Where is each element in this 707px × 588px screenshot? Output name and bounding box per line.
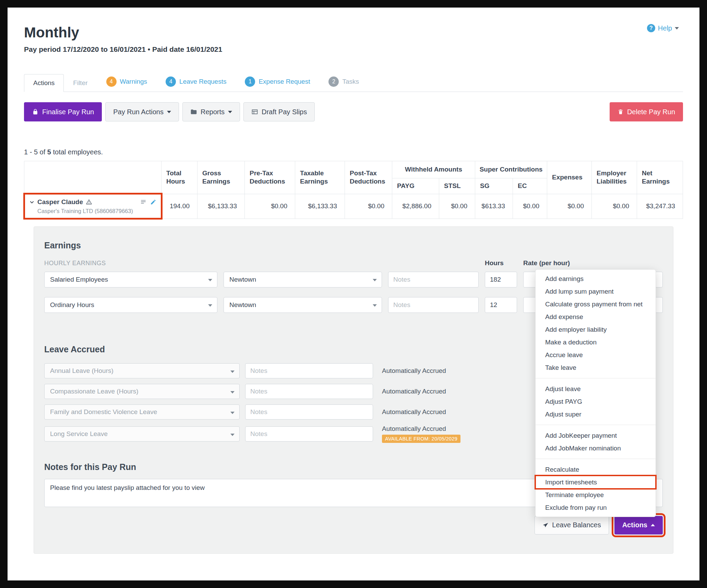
panel-button-row: Leave Balances Actions — [44, 516, 663, 534]
screenshot-frame: ? Help Monthly Pay period 17/12/2020 to … — [0, 0, 707, 588]
menu-divider — [536, 459, 656, 459]
menu-item-adjust-leave[interactable]: Adjust leave — [536, 383, 656, 395]
table-header-group-row: Total Hours Gross Earnings Pre-Tax Deduc… — [24, 161, 683, 178]
help-label: Help — [658, 24, 672, 32]
menu-item-accrue-leave[interactable]: Accrue leave — [536, 349, 656, 361]
tab-tasks[interactable]: 2 Tasks — [319, 71, 368, 92]
tab-leave-requests[interactable]: 4 Leave Requests — [156, 71, 236, 92]
hours-input[interactable] — [485, 272, 517, 287]
menu-divider — [536, 378, 656, 378]
tab-filter[interactable]: Filter — [64, 74, 97, 92]
menu-item-add-jobmaker-nomination[interactable]: Add JobMaker nomination — [536, 442, 656, 455]
earnings-type-select[interactable]: Ordinary Hours — [44, 297, 217, 313]
menu-item-make-a-deduction[interactable]: Make a deduction — [536, 336, 656, 349]
employee-column-header — [24, 161, 161, 194]
col-sg: SG — [475, 178, 513, 194]
menu-item-calculate-gross-from-net[interactable]: Calculate gross payment from net — [536, 298, 656, 310]
chevron-down-icon — [373, 279, 377, 281]
col-payg: PAYG — [392, 178, 439, 194]
leave-notes-input[interactable] — [245, 426, 373, 442]
menu-item-import-timesheets[interactable]: Import timesheets — [536, 476, 656, 489]
reports-button[interactable]: Reports — [182, 102, 240, 121]
help-menu[interactable]: ? Help — [647, 24, 679, 32]
finalise-pay-run-button[interactable]: Finalise Pay Run — [24, 102, 102, 121]
chevron-down-icon — [228, 111, 232, 113]
menu-item-adjust-super[interactable]: Adjust super — [536, 408, 656, 421]
menu-item-terminate-employee[interactable]: Terminate employee — [536, 489, 656, 501]
earnings-notes-input[interactable] — [388, 272, 479, 287]
cell-gross-earnings: $6,133.33 — [197, 194, 245, 219]
menu-item-add-jobkeeper-payment[interactable]: Add JobKeeper payment — [536, 429, 656, 442]
chevron-down-icon — [230, 391, 235, 393]
cell-post-tax: $0.00 — [345, 194, 392, 219]
employee-actions-button[interactable]: Actions — [614, 516, 663, 534]
edit-pencil-icon[interactable] — [150, 199, 156, 205]
tab-bar: Actions Filter 4 Warnings 4 Leave Reques… — [24, 71, 683, 92]
page-title: Monthly — [24, 25, 683, 40]
menu-item-add-earnings[interactable]: Add earnings — [536, 272, 656, 285]
leave-type-select[interactable]: Annual Leave (Hours) — [44, 363, 240, 378]
earnings-notes-input[interactable] — [388, 297, 479, 313]
tasks-count-badge: 2 — [328, 77, 339, 87]
payslip-list-icon — [251, 108, 258, 115]
pay-period-subtitle: Pay period 17/12/2020 to 16/01/2021 • Pa… — [24, 45, 683, 54]
rate-column-label: Rate (per hour) — [523, 259, 663, 267]
menu-item-exclude-from-pay-run[interactable]: Exclude from pay run — [536, 501, 656, 514]
leave-type-select[interactable]: Compassionate Leave (Hours) — [44, 384, 240, 399]
tab-warnings[interactable]: 4 Warnings — [97, 71, 157, 92]
location-select[interactable]: Newtown — [224, 272, 382, 287]
delete-pay-run-button[interactable]: Delete Pay Run — [610, 102, 683, 121]
col-total-hours: Total Hours — [161, 161, 197, 194]
hourly-earnings-label: HOURLY EARNINGS — [44, 260, 217, 267]
chevron-down-icon — [230, 434, 235, 436]
table-row: Casper Claude Casper's Training LTD (586… — [24, 194, 683, 219]
chevron-down-icon — [373, 304, 377, 307]
col-net-earnings: Net Earnings — [637, 161, 683, 194]
cell-expenses: $0.00 — [547, 194, 592, 219]
tab-actions[interactable]: Actions — [24, 74, 64, 92]
cell-total-hours: 194.00 — [161, 194, 197, 219]
paper-plane-icon — [542, 522, 549, 528]
leave-accrual-status: Automatically Accrued — [382, 388, 446, 395]
leave-type-select[interactable]: Family and Domestic Violence Leave — [44, 404, 240, 420]
leave-accrual-status: Automatically Accrued — [382, 425, 460, 433]
lock-icon — [32, 108, 39, 115]
col-group-super-contributions: Super Contributions — [475, 161, 547, 178]
menu-item-adjust-payg[interactable]: Adjust PAYG — [536, 395, 656, 408]
hours-column-label: Hours — [485, 259, 517, 267]
pay-run-page: ? Help Monthly Pay period 17/12/2020 to … — [8, 8, 699, 580]
leave-type-select[interactable]: Long Service Leave — [44, 426, 240, 442]
leave-notes-input[interactable] — [245, 363, 373, 378]
warning-icon — [86, 199, 92, 205]
chevron-down-icon[interactable] — [29, 199, 35, 205]
menu-item-add-expense[interactable]: Add expense — [536, 310, 656, 323]
leave-notes-input[interactable] — [245, 384, 373, 399]
employee-name-cell[interactable]: Casper Claude Casper's Training LTD (586… — [24, 194, 161, 219]
cell-pre-tax: $0.00 — [245, 194, 295, 219]
location-select[interactable]: Newtown — [224, 297, 382, 313]
tab-expense-request[interactable]: 1 Expense Request — [236, 71, 319, 92]
employee-total-count: 5 — [47, 148, 51, 156]
hours-input[interactable] — [485, 297, 517, 313]
col-taxable-earnings: Taxable Earnings — [295, 161, 345, 194]
chevron-down-icon — [208, 304, 212, 307]
pay-run-actions-button[interactable]: Pay Run Actions — [105, 102, 179, 121]
menu-item-add-employer-liability[interactable]: Add employer liability — [536, 323, 656, 336]
expense-request-count-badge: 1 — [245, 77, 255, 87]
menu-item-recalculate[interactable]: Recalculate — [536, 463, 656, 476]
employee-company: Casper's Training LTD (58606879663) — [37, 208, 156, 214]
draft-pay-slips-button[interactable]: Draft Pay Slips — [243, 102, 315, 121]
col-pre-tax-deductions: Pre-Tax Deductions — [245, 161, 295, 194]
chevron-down-icon — [230, 371, 235, 373]
menu-item-take-leave[interactable]: Take leave — [536, 361, 656, 374]
col-stsl: STSL — [439, 178, 475, 194]
menu-item-add-lump-sum-payment[interactable]: Add lump sum payment — [536, 285, 656, 298]
leave-balances-button[interactable]: Leave Balances — [535, 516, 609, 534]
col-ec: EC — [513, 178, 547, 194]
notes-icon[interactable] — [140, 199, 147, 205]
chevron-down-icon — [230, 412, 235, 414]
earnings-type-select[interactable]: Salaried Employees — [44, 272, 217, 287]
col-group-withheld-amounts: Withheld Amounts — [392, 161, 475, 178]
folder-icon — [190, 108, 197, 115]
leave-notes-input[interactable] — [245, 404, 373, 420]
